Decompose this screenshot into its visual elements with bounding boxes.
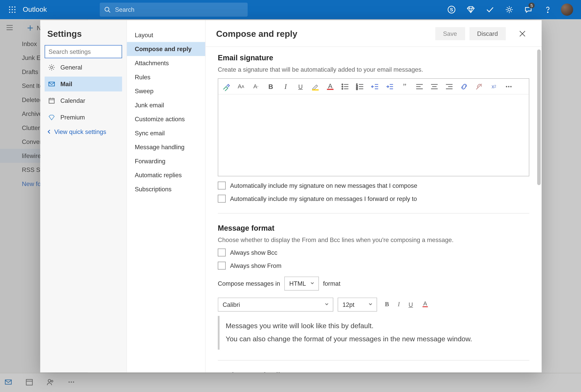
checkbox-icon[interactable] <box>218 182 226 190</box>
font-family-select[interactable]: Calibri <box>218 298 333 312</box>
svg-text:A: A <box>423 300 427 306</box>
app-launcher-icon[interactable] <box>3 6 21 13</box>
svg-point-2 <box>14 6 15 8</box>
premium-icon[interactable] <box>462 0 479 19</box>
view-quick-settings-link[interactable]: View quick settings <box>45 128 122 135</box>
brand-label: Outlook <box>21 6 54 14</box>
format-painter-icon[interactable] <box>222 82 231 91</box>
font-family-icon[interactable]: AA <box>237 82 245 91</box>
todo-icon[interactable] <box>481 0 499 19</box>
scrollbar-thumb[interactable] <box>537 50 541 185</box>
user-avatar[interactable] <box>561 4 573 16</box>
close-icon[interactable] <box>514 27 531 40</box>
option-subscriptions[interactable]: Subscriptions <box>127 182 205 196</box>
save-button[interactable]: Save <box>435 27 465 40</box>
svg-point-9 <box>105 7 109 11</box>
italic-icon[interactable]: I <box>281 82 290 91</box>
font-size-icon[interactable]: A◦ <box>252 82 260 91</box>
skype-icon[interactable]: S <box>443 0 460 19</box>
font-size-select[interactable]: 12pt <box>338 298 377 312</box>
outdent-icon[interactable] <box>371 82 379 91</box>
signature-new-checkbox-row[interactable]: Automatically include my signature on ne… <box>218 182 529 190</box>
svg-point-13 <box>508 8 511 11</box>
help-icon[interactable] <box>539 0 557 19</box>
compose-in-label-pre: Compose messages in <box>218 280 280 287</box>
settings-options-list: Layout Compose and reply Attachments Rul… <box>127 20 206 372</box>
signature-section-title: Email signature <box>218 54 529 63</box>
bold-icon[interactable]: B <box>385 301 389 308</box>
bold-icon[interactable]: B <box>266 82 275 91</box>
option-forwarding[interactable]: Forwarding <box>127 154 205 168</box>
discard-button[interactable]: Discard <box>469 27 506 40</box>
number-list-icon[interactable]: 123 <box>356 82 365 91</box>
italic-icon[interactable]: I <box>398 301 400 308</box>
checkbox-icon[interactable] <box>218 195 226 203</box>
svg-point-43 <box>342 88 343 89</box>
category-calendar[interactable]: Calendar <box>45 93 122 108</box>
svg-rect-71 <box>423 306 428 307</box>
option-layout[interactable]: Layout <box>127 28 205 42</box>
font-color-icon[interactable]: A <box>326 82 335 91</box>
option-automatic-replies[interactable]: Automatic replies <box>127 168 205 182</box>
option-attachments[interactable]: Attachments <box>127 56 205 70</box>
svg-point-4 <box>12 9 13 10</box>
option-junk-email[interactable]: Junk email <box>127 98 205 112</box>
compose-format-select[interactable]: HTML <box>285 277 319 291</box>
align-center-icon[interactable] <box>430 82 439 91</box>
svg-point-7 <box>12 12 13 13</box>
signature-reply-checkbox-row[interactable]: Automatically include my signature on me… <box>218 195 529 203</box>
underline-icon[interactable]: U <box>296 82 305 91</box>
unlink-icon[interactable] <box>475 82 484 91</box>
bullet-list-icon[interactable] <box>341 82 350 91</box>
search-box[interactable] <box>100 2 248 17</box>
superscript-icon[interactable]: x2 <box>490 82 498 91</box>
app-header: Outlook S 5 <box>0 0 581 19</box>
svg-point-3 <box>9 9 10 10</box>
svg-point-67 <box>506 86 507 87</box>
svg-point-39 <box>342 84 343 85</box>
svg-text:3: 3 <box>356 87 358 90</box>
svg-rect-29 <box>49 82 54 86</box>
svg-point-6 <box>9 12 10 13</box>
checkbox-icon[interactable] <box>218 248 226 256</box>
svg-point-0 <box>9 6 10 8</box>
reply-section-title: Reply or Reply all <box>218 371 529 372</box>
signature-textarea[interactable] <box>218 94 529 176</box>
always-bcc-checkbox-row[interactable]: Always show Bcc <box>218 248 529 256</box>
signature-editor: AA A◦ B I U A 123 ” x <box>218 78 529 176</box>
indent-icon[interactable] <box>385 82 394 91</box>
underline-icon[interactable]: U <box>409 301 413 308</box>
svg-point-68 <box>508 86 510 87</box>
chevron-down-icon <box>368 301 373 308</box>
checkbox-icon[interactable] <box>218 262 226 270</box>
option-sync-email[interactable]: Sync email <box>127 126 205 140</box>
category-mail[interactable]: Mail <box>45 76 122 92</box>
option-sweep[interactable]: Sweep <box>127 84 205 98</box>
option-rules[interactable]: Rules <box>127 70 205 84</box>
category-general[interactable]: General <box>45 60 122 75</box>
format-preview: Messages you write will look like this b… <box>218 316 529 350</box>
font-color-icon[interactable]: A <box>422 300 429 309</box>
align-right-icon[interactable] <box>445 82 454 91</box>
more-formatting-icon[interactable] <box>505 82 513 91</box>
compose-in-label-post: format <box>323 280 341 287</box>
svg-rect-36 <box>312 89 319 90</box>
panel-title: Compose and reply <box>216 28 431 38</box>
svg-point-8 <box>14 12 15 13</box>
settings-gear-icon[interactable] <box>501 0 518 19</box>
option-compose-reply[interactable]: Compose and reply <box>127 42 205 56</box>
search-input[interactable] <box>115 6 243 13</box>
link-icon[interactable] <box>460 82 469 91</box>
category-premium[interactable]: Premium <box>45 110 122 125</box>
option-customize-actions[interactable]: Customize actions <box>127 112 205 126</box>
align-left-icon[interactable] <box>415 82 424 91</box>
notifications-icon[interactable]: 5 <box>520 0 537 19</box>
settings-search-input[interactable] <box>45 45 122 58</box>
svg-point-14 <box>547 12 548 13</box>
highlight-icon[interactable] <box>311 82 320 91</box>
quote-icon[interactable]: ” <box>400 82 409 91</box>
option-message-handling[interactable]: Message handling <box>127 140 205 154</box>
notification-badge: 5 <box>529 2 535 8</box>
svg-point-28 <box>50 66 53 68</box>
always-from-checkbox-row[interactable]: Always show From <box>218 262 529 270</box>
